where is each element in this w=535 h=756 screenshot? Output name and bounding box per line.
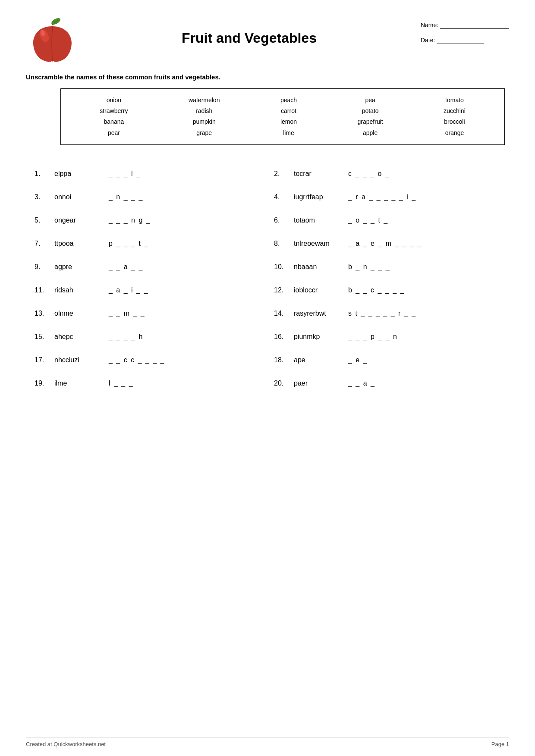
word-bank-item: grape [196, 128, 212, 138]
word-bank-column: onionstrawberrybananapear [100, 95, 128, 138]
header: Fruit and Vegetables Name: Date: [26, 17, 509, 65]
word-bank-item: peach [280, 95, 297, 106]
scrambled-word: nhcciuzi [54, 356, 102, 364]
word-bank-item: pear [108, 128, 120, 138]
answer-pattern: b _ _ c _ _ _ _ [348, 286, 405, 294]
questions-grid: 1.elppa_ _ _ l _2.tocrarc _ _ _ o _3.onn… [30, 162, 509, 395]
date-field: Date: [421, 37, 484, 44]
scrambled-word: ape [294, 356, 341, 364]
word-bank-item: carrot [281, 106, 296, 116]
question-item: 1.elppa_ _ _ l _ [30, 162, 270, 185]
question-number: 14. [274, 310, 287, 317]
scrambled-word: iugrrtfeap [294, 193, 341, 201]
scrambled-word: totaom [294, 216, 341, 224]
answer-pattern: _ _ a _ _ [109, 263, 143, 271]
word-bank-item: grapefruit [358, 116, 383, 127]
question-item: 7.ttpooap _ _ _ t _ [30, 232, 270, 255]
word-bank-item: banana [104, 116, 124, 127]
page-title: Fruit and Vegetables [78, 30, 421, 46]
question-number: 18. [274, 356, 287, 364]
question-item: 15.ahepc_ _ _ _ h [30, 325, 270, 348]
scrambled-word: olnme [54, 310, 102, 317]
question-item: 17.nhcciuzi_ _ c c _ _ _ _ [30, 348, 270, 372]
scrambled-word: paer [294, 380, 341, 387]
scrambled-word: piunmkp [294, 333, 341, 341]
question-number: 20. [274, 380, 287, 387]
question-number: 3. [35, 193, 47, 201]
question-number: 1. [35, 170, 47, 178]
instruction-text: Unscramble the names of these common fru… [26, 73, 509, 81]
question-number: 15. [35, 333, 47, 341]
question-number: 7. [35, 240, 47, 248]
word-bank-item: watermelon [189, 95, 220, 106]
answer-pattern: _ _ _ n g _ [109, 216, 151, 224]
scrambled-word: tocrar [294, 170, 341, 178]
question-item: 20.paer_ _ a _ [270, 372, 509, 395]
word-bank-column: peachcarrotlemonlime [280, 95, 297, 138]
answer-pattern: l _ _ _ [109, 380, 134, 387]
answer-pattern: _ _ c c _ _ _ _ [109, 356, 165, 364]
question-item: 19.ilmel _ _ _ [30, 372, 270, 395]
word-bank-item: tomato [445, 95, 464, 106]
answer-pattern: s t _ _ _ _ _ r _ _ [348, 310, 416, 317]
word-bank: onionstrawberrybananapearwatermelonradis… [60, 88, 505, 145]
question-number: 17. [35, 356, 47, 364]
question-item: 5.ongear_ _ _ n g _ [30, 209, 270, 232]
question-item: 3.onnoi_ n _ _ _ [30, 185, 270, 209]
question-item: 18.ape_ e _ [270, 348, 509, 372]
word-bank-item: potato [362, 106, 379, 116]
question-number: 19. [35, 380, 47, 387]
answer-pattern: _ a _ i _ _ [109, 286, 148, 294]
question-item: 14.rasyrerbwts t _ _ _ _ _ r _ _ [270, 302, 509, 325]
word-bank-item: apple [363, 128, 378, 138]
question-item: 12.iobloccrb _ _ c _ _ _ _ [270, 279, 509, 302]
question-number: 6. [274, 216, 287, 224]
question-number: 2. [274, 170, 287, 178]
answer-pattern: _ e _ [348, 356, 368, 364]
name-field: Name: [421, 22, 509, 29]
word-bank-item: lime [283, 128, 294, 138]
answer-pattern: p _ _ _ t _ [109, 240, 149, 248]
question-item: 10.nbaaanb _ n _ _ _ [270, 255, 509, 279]
scrambled-word: ridsah [54, 286, 102, 294]
answer-pattern: c _ _ _ o _ [348, 170, 390, 178]
question-number: 16. [274, 333, 287, 341]
question-number: 13. [35, 310, 47, 317]
apple-illustration [26, 17, 78, 65]
word-bank-item: broccoli [444, 116, 465, 127]
word-bank-item: orange [445, 128, 464, 138]
answer-pattern: _ r a _ _ _ _ _ i _ [348, 193, 416, 201]
answer-pattern: _ _ _ l _ [109, 170, 141, 178]
scrambled-word: agpre [54, 263, 102, 271]
scrambled-word: elppa [54, 170, 102, 178]
question-item: 16.piunmkp_ _ _ p _ _ n [270, 325, 509, 348]
word-bank-item: pumpkin [193, 116, 216, 127]
answer-pattern: _ _ a _ [348, 380, 375, 387]
answer-pattern: _ o _ _ t _ [348, 216, 388, 224]
question-item: 2.tocrarc _ _ _ o _ [270, 162, 509, 185]
answer-pattern: b _ n _ _ _ [348, 263, 390, 271]
answer-pattern: _ _ m _ _ [109, 310, 145, 317]
scrambled-word: ttpooa [54, 240, 102, 248]
name-date-area: Name: Date: [421, 17, 509, 52]
footer-right: Page 1 [491, 741, 509, 747]
word-bank-item: zucchini [444, 106, 466, 116]
word-bank-item: radish [196, 106, 212, 116]
question-number: 9. [35, 263, 47, 271]
word-bank-column: tomatozucchinibroccoliorange [444, 95, 466, 138]
question-item: 9.agpre_ _ a _ _ [30, 255, 270, 279]
answer-pattern: _ a _ e _ m _ _ _ _ [348, 240, 422, 248]
scrambled-word: onnoi [54, 193, 102, 201]
word-bank-inner: onionstrawberrybananapearwatermelonradis… [69, 95, 496, 138]
scrambled-word: ahepc [54, 333, 102, 341]
scrambled-word: ongear [54, 216, 102, 224]
scrambled-word: iobloccr [294, 286, 341, 294]
question-item: 6.totaom_ o _ _ t _ [270, 209, 509, 232]
word-bank-item: lemon [280, 116, 297, 127]
question-item: 13.olnme_ _ m _ _ [30, 302, 270, 325]
question-item: 8.tnlreoewam_ a _ e _ m _ _ _ _ [270, 232, 509, 255]
scrambled-word: tnlreoewam [294, 240, 341, 248]
word-bank-item: strawberry [100, 106, 128, 116]
question-number: 5. [35, 216, 47, 224]
word-bank-column: peapotatograpefruitapple [358, 95, 383, 138]
